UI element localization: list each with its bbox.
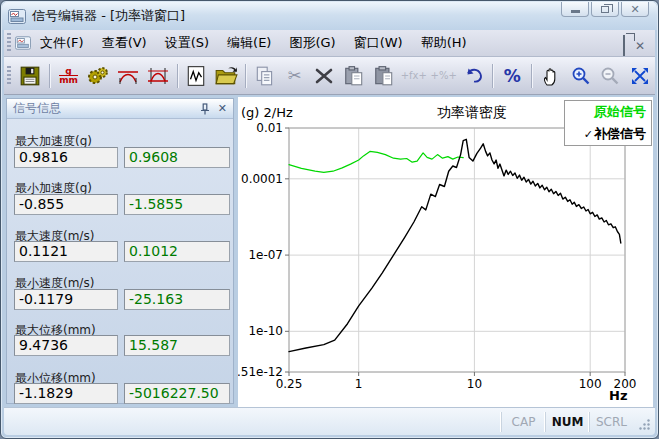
g-mm-icon: gmm — [59, 67, 78, 84]
svg-text:100: 100 — [579, 377, 602, 391]
series-原始信号 — [289, 151, 463, 172]
red-curve-bracket-icon — [147, 65, 169, 87]
save-icon — [19, 65, 41, 87]
toolbar-separator — [49, 64, 50, 88]
menu-view[interactable]: 查看(V) — [93, 31, 156, 55]
svg-text:Hz: Hz — [609, 388, 627, 403]
legend-item-补偿信号[interactable]: ✓补偿信号 — [565, 123, 651, 145]
close-icon: ✕ — [630, 5, 639, 14]
value-box-compensated: -5016227.50 — [124, 383, 230, 404]
value-box-compensated: 0.9608 — [124, 147, 230, 168]
mdi-close-button[interactable]: ✕ — [635, 40, 645, 52]
cut-button[interactable]: ✂ — [281, 61, 309, 91]
title-bar[interactable]: 信号编辑器 - [功率谱窗口] ✕ — [2, 2, 657, 30]
restore-button[interactable] — [591, 2, 619, 17]
value-box-original: -0.855 — [14, 194, 118, 215]
fx-markers-button[interactable]: +fx+ — [400, 61, 428, 91]
undo-button[interactable] — [460, 61, 488, 91]
window-title: 信号编辑器 - [功率谱窗口] — [32, 7, 185, 25]
status-bar: CAP NUM SCRL — [4, 407, 655, 435]
delete-x-icon — [314, 66, 334, 86]
power-spectrum-chart[interactable]: 0.251101002000.010.00011e-071e-102.51e-1… — [238, 97, 653, 409]
menu-settings[interactable]: 设置(S) — [156, 31, 218, 55]
series-补偿信号 — [289, 139, 621, 351]
copy-icon — [254, 65, 276, 87]
value-box-original: -1.1829 — [14, 383, 118, 404]
menubar-grip[interactable] — [7, 33, 11, 53]
gears-icon — [87, 65, 109, 87]
paste-icon — [343, 65, 365, 87]
curve-window-button[interactable] — [144, 61, 172, 91]
open-file-button[interactable] — [212, 61, 240, 91]
delete-button[interactable] — [311, 61, 339, 91]
red-curve-icon — [117, 65, 139, 87]
value-box-original: 0.9816 — [14, 147, 118, 168]
svg-text:1: 1 — [355, 377, 363, 391]
percent-markers-button[interactable]: +%+ — [430, 61, 458, 91]
fx-icon: +fx+ — [401, 70, 427, 81]
toolbar-separator — [531, 64, 532, 88]
expand-arrows-icon — [629, 65, 651, 87]
fit-view-button[interactable] — [626, 61, 654, 91]
zoom-in-icon — [570, 65, 592, 87]
toolbar-grip[interactable] — [7, 66, 11, 86]
toolbar-separator — [245, 64, 246, 88]
scissors-icon: ✂ — [288, 66, 301, 85]
value-box-original: -0.1179 — [14, 289, 118, 310]
resize-grip[interactable] — [638, 418, 651, 431]
mdi-document-icon[interactable] — [15, 36, 31, 50]
legend-label: 补偿信号 — [594, 125, 646, 143]
gears-settings-button[interactable] — [84, 61, 112, 91]
panel-close-icon[interactable]: ✕ — [218, 103, 227, 114]
save-button[interactable] — [16, 61, 44, 91]
value-box-original: 0.1121 — [14, 241, 118, 262]
signal-info-title: 信号信息 — [13, 100, 61, 117]
status-scrl: SCRL — [589, 412, 633, 432]
mdi-restore-icon — [623, 35, 625, 56]
toolbar: gmm — [4, 57, 655, 95]
signal-info-panel: 信号信息 ✕ 最大加速度(g) 0.9816 0.9608 最小加速度(g) -… — [6, 98, 234, 404]
undo-icon — [463, 65, 485, 87]
restore-icon — [601, 6, 609, 13]
close-button[interactable]: ✕ — [621, 2, 649, 17]
svg-text:(g) 2/Hz: (g) 2/Hz — [241, 105, 293, 120]
percent-scale-button[interactable]: % — [498, 61, 526, 91]
pan-button[interactable] — [537, 61, 565, 91]
zoom-out-icon — [599, 65, 621, 87]
menu-edit[interactable]: 编辑(E) — [218, 31, 280, 55]
menu-graph[interactable]: 图形(G) — [280, 31, 344, 55]
toolbar-separator — [177, 64, 178, 88]
minimize-button[interactable] — [561, 2, 589, 17]
svg-text:0.01: 0.01 — [256, 121, 283, 135]
menu-help[interactable]: 帮助(H) — [412, 31, 476, 55]
paste-button[interactable] — [340, 61, 368, 91]
status-num: NUM — [545, 412, 589, 432]
paste-special-icon — [373, 65, 395, 87]
menu-file[interactable]: 文件(F) — [31, 31, 93, 55]
svg-text:10: 10 — [467, 377, 482, 391]
legend-item-原始信号[interactable]: 原始信号 — [565, 101, 651, 123]
waveform-doc-icon — [185, 65, 207, 87]
menu-bar: 文件(F) 查看(V) 设置(S) 编辑(E) 图形(G) 窗口(W) 帮助(H… — [4, 30, 655, 57]
value-box-compensated: -1.5855 — [124, 194, 230, 215]
pin-icon[interactable] — [200, 103, 210, 115]
unit-g-mm-button[interactable]: gmm — [55, 61, 83, 91]
mdi-restore-button[interactable] — [623, 36, 625, 55]
check-icon: ✓ — [584, 128, 593, 141]
legend-label: 原始信号 — [594, 103, 646, 121]
toolbar-separator — [492, 64, 493, 88]
zoom-in-button[interactable] — [567, 61, 595, 91]
value-box-compensated: 0.1012 — [124, 241, 230, 262]
copy-button[interactable] — [251, 61, 279, 91]
waveform-document-button[interactable] — [183, 61, 211, 91]
zoom-out-button[interactable] — [597, 61, 625, 91]
signal-info-titlebar[interactable]: 信号信息 ✕ — [7, 99, 233, 119]
app-window: 信号编辑器 - [功率谱窗口] ✕ 文件(F) 查看(V) 设置(S) 编辑(E… — [0, 0, 659, 439]
curve-transform-button[interactable] — [114, 61, 142, 91]
minimize-icon — [571, 10, 580, 13]
value-box-compensated: -25.163 — [124, 289, 230, 310]
menu-window[interactable]: 窗口(W) — [345, 31, 412, 55]
svg-text:1e-10: 1e-10 — [248, 324, 283, 338]
paste-special-button[interactable] — [370, 61, 398, 91]
percent-icon: % — [504, 66, 521, 86]
